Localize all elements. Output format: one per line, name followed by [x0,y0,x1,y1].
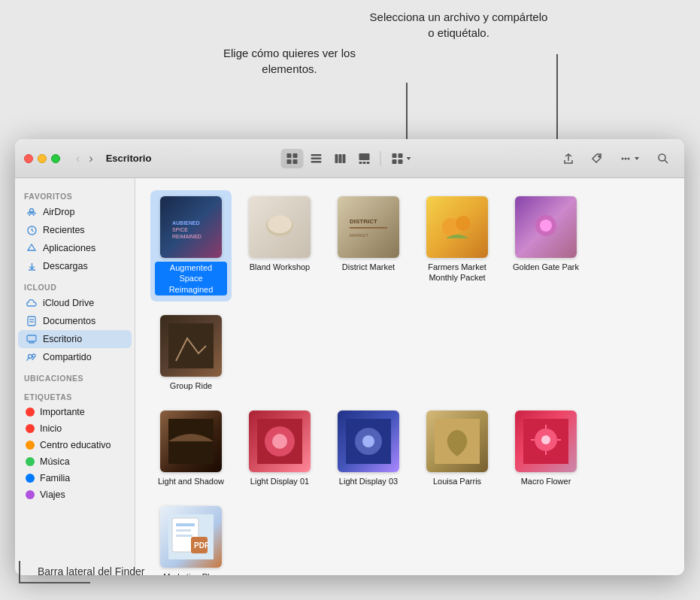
sidebar-item-descargas[interactable]: Descargas [18,257,132,275]
sidebar-label-escritorio: Escritorio [43,334,82,344]
svg-rect-26 [28,317,35,326]
file-item-augmented[interactable]: AUBIENED SPICE REIMAINED Augmented Space… [150,190,232,302]
tag-dot-musica [26,457,35,466]
sidebar-label-centro: Centro educativo [40,440,111,450]
file-thumb-farmers [426,196,488,258]
view-list-button[interactable] [305,149,328,168]
sidebar-item-aplicaciones[interactable]: Aplicaciones [18,239,132,257]
sidebar-item-icloud-drive[interactable]: iCloud Drive [18,294,132,312]
svg-rect-66 [176,529,191,532]
sidebar-label-aplicaciones: Aplicaciones [43,243,95,253]
sidebar-label-airdrop: AirDrop [43,207,74,217]
back-button[interactable]: ‹ [72,149,83,168]
toolbar-center [281,149,419,168]
toolbar-right [556,149,675,168]
file-item-light01[interactable]: Light Display 01 [239,405,320,492]
file-label-group: Group Ride [170,380,212,391]
maximize-button[interactable] [51,154,60,163]
file-item-marketing[interactable]: PDF Marketing Plan [150,500,232,575]
view-icons-button[interactable] [281,149,304,168]
sidebar-item-recientes[interactable]: Recientes [18,221,132,239]
close-button[interactable] [24,154,33,163]
file-label-louisa: Louisa Parris [433,476,481,486]
more-button[interactable] [614,149,647,168]
share-button[interactable] [556,149,580,168]
tag-dot-familia [26,474,35,483]
file-item-golden[interactable]: Golden Gate Park [505,190,586,302]
svg-rect-65 [176,523,195,526]
svg-rect-17 [398,159,403,164]
file-thumb-bland [249,196,311,258]
file-item-bland[interactable]: Bland Workshop [239,190,320,302]
svg-point-18 [598,156,600,157]
sidebar-item-importante[interactable]: Importante [18,404,132,420]
minimize-button[interactable] [38,154,47,163]
traffic-lights [24,154,60,163]
file-label-marketing: Marketing Plan [163,571,218,575]
svg-line-23 [665,160,668,163]
file-grid: AUBIENED SPICE REIMAINED Augmented Space… [135,178,684,575]
desktop-icon [26,333,38,345]
forward-button[interactable]: › [85,149,96,168]
group-button[interactable] [386,149,419,168]
sidebar-item-centro[interactable]: Centro educativo [18,437,132,453]
file-item-light-shadow[interactable]: Light and Shadow [150,405,232,492]
svg-rect-7 [335,154,338,163]
svg-rect-2 [287,159,292,164]
svg-rect-1 [293,153,298,158]
section-ubicaciones: Ubicaciones [15,366,135,385]
sidebar-label-icloud: iCloud Drive [43,298,94,308]
svg-point-39 [268,215,292,233]
file-thumb-light-shadow [160,411,222,472]
sidebar-item-musica[interactable]: Música [18,453,132,470]
svg-rect-12 [363,162,366,164]
sidebar-label-documentos: Documentos [43,316,95,326]
sidebar-item-escritorio[interactable]: Escritorio [18,330,132,348]
file-thumb-marketing: PDF [160,506,222,568]
sidebar-label-compartido: Compartido [43,352,92,362]
file-label-augmented: Augmented Space Reimagined [155,262,227,295]
svg-point-46 [540,220,552,232]
file-item-farmers[interactable]: Farmers Market Monthly Packet [417,190,498,302]
file-thumb-group [160,315,222,377]
sidebar-item-viajes[interactable]: Viajes [18,486,132,503]
svg-text:SPICE: SPICE [172,227,188,232]
svg-text:REIMAINED: REIMAINED [172,234,202,239]
view-columns-button[interactable] [329,149,352,168]
file-item-louisa[interactable]: Louisa Parris [417,405,498,492]
file-item-district[interactable]: DISTRICT MARKET District Market [328,190,409,302]
file-item-light03[interactable]: Light Display 03 [328,405,409,492]
file-thumb-light03 [338,411,399,472]
svg-rect-14 [392,153,397,158]
svg-rect-41 [350,227,387,229]
svg-rect-11 [359,162,362,164]
svg-rect-8 [339,154,342,163]
svg-text:DISTRICT: DISTRICT [350,218,377,225]
file-label-light-shadow: Light and Shadow [158,476,224,486]
sidebar-item-documentos[interactable]: Documentos [18,312,132,330]
sidebar-item-compartido[interactable]: Compartido [18,348,132,366]
sidebar-item-inicio[interactable]: Inicio [18,420,132,437]
tag-dot-importante [26,408,35,417]
sidebar-label-recientes: Recientes [43,225,85,235]
sidebar-label-importante: Importante [40,407,85,417]
file-item-macro[interactable]: Macro Flower [505,405,586,492]
svg-text:PDF: PDF [194,541,209,550]
clock-icon [26,224,38,236]
svg-point-20 [625,157,627,159]
view-gallery-button[interactable] [353,149,376,168]
search-button[interactable] [651,149,675,168]
tag-dot-centro [26,441,35,450]
svg-point-54 [362,435,374,447]
svg-point-19 [622,157,624,159]
file-label-farmers: Farmers Market Monthly Packet [421,262,493,283]
sidebar-item-airdrop[interactable]: AirDrop [18,203,132,221]
breadcrumb-title: Escritorio [106,153,152,164]
tag-button[interactable] [585,149,609,168]
svg-rect-10 [359,153,370,160]
sidebar-item-familia[interactable]: Familia [18,470,132,486]
file-item-group[interactable]: Group Ride [150,309,232,397]
title-bar: ‹ › Escritorio [15,139,684,178]
file-thumb-louisa [426,411,488,472]
sidebar-label-musica: Música [40,456,70,467]
